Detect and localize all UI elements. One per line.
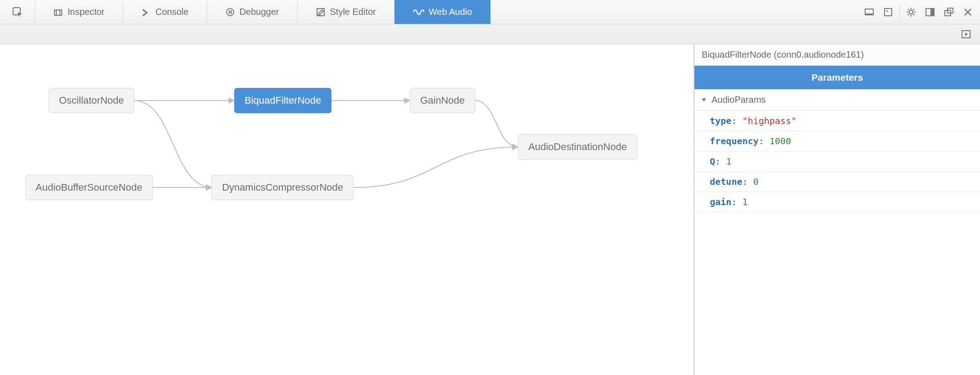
- audio-node-inspector: BiquadFilterNode (conn0.audionode161) Pa…: [694, 44, 980, 375]
- devtools-tabs: Inspector Console Debugger Style Editor …: [35, 0, 857, 24]
- element-picker-icon: [12, 6, 23, 18]
- param-row-type[interactable]: type: "highpass": [694, 111, 980, 131]
- audio-node-dest[interactable]: AudioDestinationNode: [518, 134, 637, 160]
- tab-label: Web Audio: [429, 7, 472, 17]
- tab-label: Debugger: [240, 7, 279, 17]
- inspector-icon: [53, 7, 63, 17]
- inspector-node-title: BiquadFilterNode (conn0.audionode161): [694, 44, 980, 66]
- svg-point-4: [227, 9, 234, 16]
- param-row-frequency[interactable]: frequency: 1000: [694, 131, 980, 151]
- svg-marker-28: [965, 32, 968, 36]
- svg-rect-11: [886, 10, 888, 12]
- param-row-q[interactable]: Q: 1: [694, 151, 980, 172]
- dock-side-icon: [925, 7, 935, 17]
- responsive-design-button[interactable]: [860, 0, 879, 24]
- toggle-inspector-pane-button[interactable]: [958, 27, 974, 42]
- scratchpad-icon: [883, 7, 893, 17]
- audioparams-section-toggle[interactable]: AudioParams: [694, 89, 980, 111]
- svg-rect-5: [229, 10, 230, 14]
- svg-rect-9: [865, 14, 873, 15]
- param-value: 1: [742, 197, 748, 207]
- debugger-icon: [225, 7, 235, 17]
- svg-marker-30: [702, 98, 706, 102]
- tab-console[interactable]: Console: [123, 0, 207, 24]
- tab-inspector[interactable]: Inspector: [35, 0, 123, 24]
- audio-node-gain[interactable]: GainNode: [410, 88, 475, 113]
- svg-rect-1: [54, 10, 62, 15]
- element-picker-button[interactable]: [0, 0, 35, 24]
- web-audio-icon: [413, 7, 424, 17]
- param-key: type: [710, 115, 731, 126]
- param-key: detune: [710, 176, 742, 187]
- tab-web-audio[interactable]: Web Audio: [395, 0, 490, 24]
- webaudio-main: OscillatorNodeBiquadFilterNodeGainNodeAu…: [0, 44, 980, 375]
- param-value: 1000: [769, 136, 791, 146]
- param-row-gain[interactable]: gain: 1: [694, 192, 980, 212]
- audio-node-osc[interactable]: OscillatorNode: [49, 88, 134, 113]
- param-list: type: "highpass"frequency: 1000Q: 1detun…: [694, 111, 980, 212]
- param-value: 0: [753, 176, 758, 187]
- svg-line-17: [908, 9, 909, 10]
- svg-rect-10: [885, 9, 892, 16]
- inspector-section-header: Parameters: [694, 66, 980, 89]
- audio-graph-pane[interactable]: OscillatorNodeBiquadFilterNodeGainNodeAu…: [0, 44, 694, 375]
- separator: [899, 5, 900, 19]
- console-icon: [141, 7, 151, 17]
- close-icon: [964, 8, 972, 16]
- param-value: 1: [726, 156, 731, 167]
- tab-style-editor[interactable]: Style Editor: [298, 0, 395, 24]
- svg-line-18: [913, 14, 914, 15]
- detach-window-button[interactable]: [939, 0, 958, 24]
- style-editor-icon: [316, 7, 326, 17]
- responsive-icon: [864, 7, 874, 17]
- param-row-detune[interactable]: detune: 0: [694, 172, 980, 192]
- devtools-toolbar: Inspector Console Debugger Style Editor …: [0, 0, 980, 24]
- toolbar-right-icons: [857, 0, 980, 24]
- param-value: "highpass": [742, 115, 796, 126]
- close-devtools-button[interactable]: [958, 0, 977, 24]
- gear-icon: [906, 7, 916, 17]
- param-key: frequency: [710, 136, 758, 146]
- settings-button[interactable]: [902, 0, 921, 24]
- audio-node-abuf[interactable]: AudioBufferSourceNode: [25, 175, 153, 200]
- svg-line-20: [913, 9, 914, 10]
- tab-debugger[interactable]: Debugger: [207, 0, 298, 24]
- collapse-pane-icon: [961, 29, 971, 39]
- section-label: AudioParams: [712, 95, 766, 105]
- audio-node-biquad[interactable]: BiquadFilterNode: [234, 88, 331, 113]
- tab-label: Inspector: [68, 7, 104, 17]
- param-colon: :: [715, 156, 726, 167]
- svg-rect-22: [930, 9, 934, 16]
- param-colon: :: [758, 136, 769, 146]
- tab-label: Style Editor: [330, 7, 376, 17]
- svg-rect-6: [231, 10, 232, 14]
- svg-line-19: [908, 14, 909, 15]
- tab-label: Console: [155, 7, 188, 17]
- detach-icon: [944, 7, 954, 17]
- dock-side-button[interactable]: [921, 0, 939, 24]
- audio-node-dyn[interactable]: DynamicsCompressorNode: [212, 175, 354, 200]
- param-key: Q: [710, 156, 715, 167]
- disclosure-triangle-icon: [701, 97, 707, 103]
- param-colon: :: [731, 197, 742, 207]
- svg-point-12: [909, 10, 913, 14]
- param-colon: :: [731, 115, 742, 126]
- param-key: gain: [710, 197, 731, 207]
- param-colon: :: [742, 176, 753, 187]
- webaudio-subbar: [0, 24, 980, 44]
- scratchpad-button[interactable]: [879, 0, 898, 24]
